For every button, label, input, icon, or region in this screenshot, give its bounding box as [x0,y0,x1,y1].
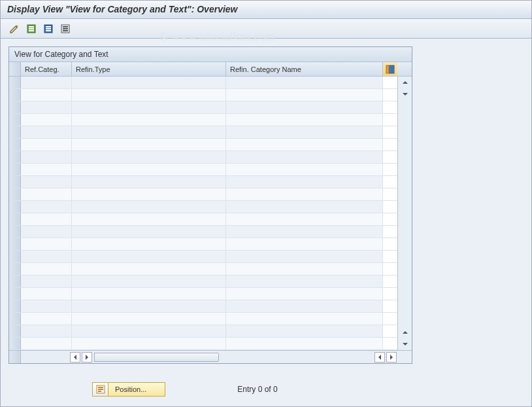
row-selector[interactable] [9,275,21,287]
row-selector[interactable] [9,238,21,250]
row-selector[interactable] [9,188,21,200]
scroll-down-icon[interactable] [398,338,412,350]
cell[interactable] [226,300,383,312]
cell[interactable] [21,300,72,312]
scroll-right-icon[interactable] [386,352,397,363]
cell[interactable] [21,251,72,262]
cell[interactable] [226,126,383,138]
scroll-left-icon[interactable] [374,352,385,363]
cell[interactable] [21,176,72,188]
scroll-up-icon[interactable] [398,77,412,88]
cell[interactable] [72,338,226,349]
cell[interactable] [21,126,72,138]
cell[interactable] [21,325,72,337]
cell[interactable] [226,313,383,325]
scroll-up-icon[interactable] [398,327,412,338]
cell[interactable] [21,263,72,275]
cell[interactable] [72,101,226,113]
cell[interactable] [72,139,226,150]
cell[interactable] [72,313,226,325]
cell[interactable] [72,151,226,163]
scroll-down-icon[interactable] [398,88,412,100]
cell[interactable] [21,213,72,225]
cell[interactable] [72,201,226,213]
position-button[interactable]: Position... [92,382,165,397]
hscroll-track[interactable] [94,353,218,362]
column-ref-categ[interactable]: Ref.Categ. [21,62,72,76]
cell[interactable] [72,114,226,126]
cell[interactable] [226,226,383,238]
cell[interactable] [226,188,383,200]
cell[interactable] [72,251,226,262]
row-selector[interactable] [9,151,21,163]
row-selector[interactable] [9,263,21,275]
row-selector[interactable] [9,114,21,126]
row-selector[interactable] [9,313,21,325]
cell[interactable] [72,288,226,300]
deselect-all-button[interactable] [41,22,56,36]
cell[interactable] [21,151,72,163]
cell[interactable] [72,89,226,101]
cell[interactable] [226,325,383,337]
cell[interactable] [21,114,72,126]
cell[interactable] [72,188,226,200]
row-selector[interactable] [9,176,21,188]
row-selector[interactable] [9,213,21,225]
cell[interactable] [226,338,383,349]
cell[interactable] [226,176,383,188]
cell[interactable] [226,164,383,175]
row-selector[interactable] [9,325,21,337]
cell[interactable] [226,288,383,300]
cell[interactable] [21,226,72,238]
cell[interactable] [21,164,72,175]
select-all-button[interactable] [24,22,39,36]
cell[interactable] [21,101,72,113]
row-selector[interactable] [9,101,21,113]
cell[interactable] [226,251,383,262]
cell[interactable] [226,114,383,126]
cell[interactable] [226,101,383,113]
hscroll-thumb[interactable] [95,353,219,361]
cell[interactable] [72,325,226,337]
row-selector[interactable] [9,201,21,213]
cell[interactable] [72,176,226,188]
toggle-change-button[interactable] [7,22,22,36]
row-selector[interactable] [9,164,21,175]
row-selector[interactable] [9,226,21,238]
row-selector[interactable] [9,89,21,101]
vertical-scrollbar[interactable] [397,77,412,350]
print-button[interactable] [58,22,73,36]
cell[interactable] [21,139,72,150]
row-selector[interactable] [9,338,21,349]
row-selector[interactable] [9,139,21,150]
cell[interactable] [21,201,72,213]
cell[interactable] [72,300,226,312]
cell[interactable] [72,238,226,250]
cell[interactable] [226,77,383,88]
cell[interactable] [226,139,383,150]
cell[interactable] [226,263,383,275]
column-refin-category-name[interactable]: Refin. Category Name [226,62,383,76]
cell[interactable] [21,188,72,200]
column-config-button[interactable] [383,62,397,76]
cell[interactable] [72,263,226,275]
cell[interactable] [226,201,383,213]
cell[interactable] [226,238,383,250]
cell[interactable] [226,213,383,225]
row-selector[interactable] [9,126,21,138]
cell[interactable] [72,226,226,238]
scroll-right-icon[interactable] [82,352,92,363]
cell[interactable] [21,89,72,101]
row-selector[interactable] [9,77,21,88]
column-refin-type[interactable]: Refin.Type [72,62,226,76]
row-selector[interactable] [9,288,21,300]
cell[interactable] [21,338,72,349]
cell[interactable] [21,77,72,88]
cell[interactable] [21,313,72,325]
cell[interactable] [226,89,383,101]
scroll-left-icon[interactable] [70,352,80,363]
cell[interactable] [72,275,226,287]
cell[interactable] [226,151,383,163]
cell[interactable] [21,275,72,287]
cell[interactable] [72,213,226,225]
